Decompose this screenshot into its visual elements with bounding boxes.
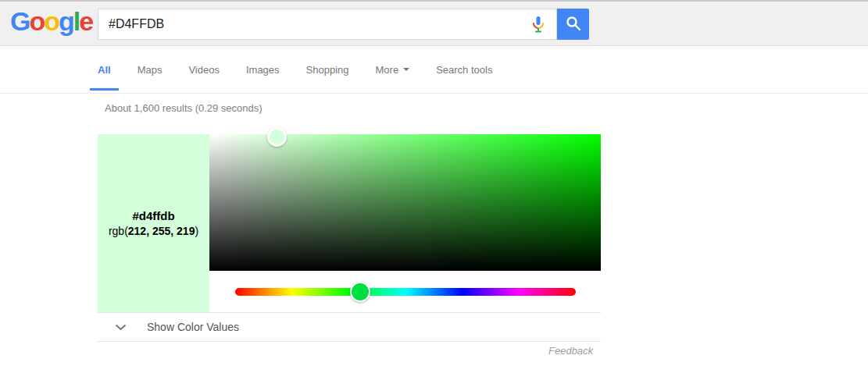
tab-search-tools[interactable]: Search tools bbox=[428, 46, 500, 93]
search-input[interactable] bbox=[98, 9, 520, 39]
tab-label: Images bbox=[246, 64, 280, 76]
show-color-values-label: Show Color Values bbox=[147, 321, 239, 333]
chevron-down-icon bbox=[403, 68, 409, 71]
color-swatch: #d4ffdb rgb(212, 255, 219) bbox=[98, 134, 209, 312]
magnifier-icon bbox=[565, 23, 582, 34]
chevron-down-icon bbox=[115, 324, 127, 331]
tab-label: Shopping bbox=[306, 64, 349, 76]
hex-value: #d4ffdb bbox=[132, 209, 174, 222]
tab-label: All bbox=[98, 64, 111, 76]
tab-maps[interactable]: Maps bbox=[130, 46, 170, 93]
logo-letter: G bbox=[10, 6, 29, 36]
feedback-link[interactable]: Feedback bbox=[548, 345, 593, 357]
search-box bbox=[98, 9, 557, 40]
google-logo[interactable]: Google bbox=[10, 6, 92, 37]
logo-letter: e bbox=[79, 6, 92, 36]
search-header: Google bbox=[0, 0, 868, 46]
saturation-brightness-field[interactable] bbox=[209, 134, 601, 271]
results-stats: About 1,600 results (0.29 seconds) bbox=[105, 102, 263, 114]
tab-all[interactable]: All bbox=[90, 46, 119, 93]
tab-label: More bbox=[376, 64, 399, 76]
color-picker-widget: #d4ffdb rgb(212, 255, 219) Show Color Va… bbox=[98, 134, 601, 342]
show-color-values-toggle[interactable]: Show Color Values bbox=[98, 312, 601, 342]
logo-letter: o bbox=[29, 6, 44, 36]
logo-letter: o bbox=[44, 6, 59, 36]
hue-slider-handle[interactable] bbox=[350, 282, 370, 302]
results-tabbar: All Maps Videos Images Shopping More Sea… bbox=[0, 46, 868, 94]
hue-slider-zone bbox=[209, 271, 601, 312]
saturation-handle[interactable] bbox=[267, 127, 287, 147]
hue-slider-track[interactable] bbox=[235, 288, 576, 296]
tab-shopping[interactable]: Shopping bbox=[298, 46, 357, 93]
logo-letter: g bbox=[59, 6, 73, 36]
tab-more[interactable]: More bbox=[368, 46, 418, 93]
tab-label: Search tools bbox=[436, 64, 492, 76]
rgb-value: rgb(212, 255, 219) bbox=[109, 225, 198, 237]
tab-videos[interactable]: Videos bbox=[180, 46, 227, 93]
tab-images[interactable]: Images bbox=[238, 46, 288, 93]
microphone-icon[interactable] bbox=[529, 15, 548, 34]
search-button[interactable] bbox=[557, 9, 589, 40]
tabs: All Maps Videos Images Shopping More Sea… bbox=[90, 46, 511, 93]
tab-label: Maps bbox=[138, 64, 163, 76]
tab-label: Videos bbox=[188, 64, 220, 76]
